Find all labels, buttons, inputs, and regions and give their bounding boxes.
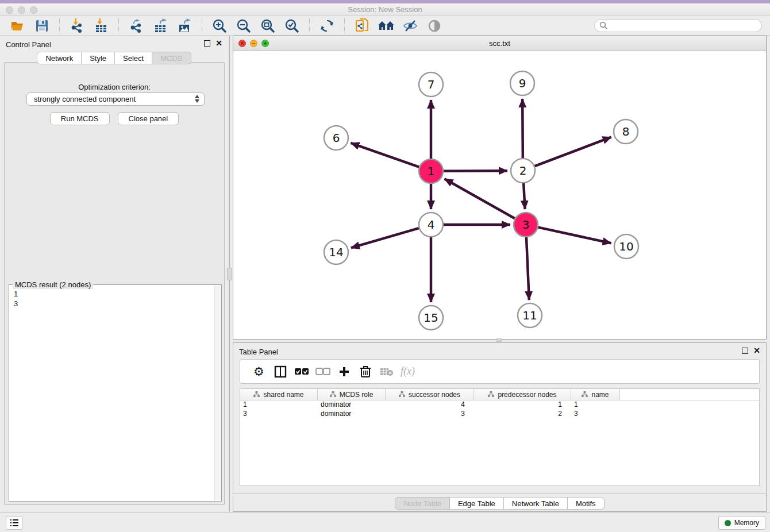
criterion-dropdown[interactable]: strongly connected component (26, 92, 205, 106)
cell-1-2[interactable]: 3 (386, 410, 474, 419)
node-label-14: 14 (329, 245, 343, 259)
node-table[interactable]: shared nameMCDS rolesuccessor nodesprede… (240, 388, 760, 486)
cell-0-1[interactable]: dominator (318, 400, 386, 410)
network-view-window: × − + scc.txt 7968124314101511 (233, 36, 767, 340)
main-toolbar (0, 16, 770, 36)
tab-style[interactable]: Style (82, 52, 115, 64)
edge-4-14[interactable] (351, 228, 419, 248)
cell-0-0[interactable]: 1 (240, 400, 318, 410)
column-header-predecessor-nodes[interactable]: predecessor nodes (474, 389, 571, 400)
zoom-selected-icon[interactable] (283, 18, 301, 34)
memory-status-icon (725, 520, 731, 526)
node-label-10: 10 (619, 240, 633, 253)
cell-1-3[interactable]: 2 (474, 410, 571, 419)
cell-1-0[interactable]: 3 (240, 410, 318, 419)
save-session-icon[interactable] (33, 18, 51, 34)
vertical-splitter-handle[interactable] (227, 268, 232, 280)
column-header-MCDS-role[interactable]: MCDS role (318, 389, 386, 400)
column-header-shared-name[interactable]: shared name (240, 389, 318, 400)
column-layout-icon[interactable] (270, 363, 291, 380)
clone-network-icon[interactable] (353, 18, 371, 34)
import-network-icon[interactable] (68, 18, 86, 34)
optimization-criterion-label: Optimization criterion: (5, 83, 224, 91)
network-window-titlebar[interactable]: × − + scc.txt (233, 36, 766, 51)
export-image-icon[interactable] (176, 18, 193, 34)
zoom-in-icon[interactable] (211, 18, 228, 34)
delete-table-icon[interactable] (376, 363, 397, 380)
float-panel-icon[interactable] (204, 40, 210, 47)
settings-gear-icon[interactable]: ⚙ (248, 363, 270, 380)
table-panel: Table Panel ✕ ⚙ f(x) shared nameMCDS rol… (233, 342, 767, 512)
select-all-icon[interactable] (291, 363, 312, 380)
edge-2-9[interactable] (522, 99, 523, 158)
node-label-8: 8 (622, 125, 630, 138)
control-panel: Control Panel ✕ Network Style Select MCD… (0, 36, 228, 512)
birdseye-toggle-icon[interactable] (426, 18, 443, 34)
tab-edge-table[interactable]: Edge Table (450, 497, 504, 510)
search-box[interactable] (594, 19, 762, 32)
edge-3-10[interactable] (538, 228, 611, 244)
edge-1-6[interactable] (351, 143, 419, 167)
zoom-fit-icon[interactable] (259, 18, 276, 34)
zoom-out-icon[interactable] (235, 18, 252, 34)
home-icon[interactable] (378, 18, 395, 34)
edge-1-2[interactable] (444, 171, 507, 171)
mcds-result-scrollbar[interactable] (214, 286, 221, 500)
memory-button[interactable]: Memory (718, 516, 765, 530)
close-panel-button[interactable]: Close panel (118, 112, 179, 125)
tab-network-table[interactable]: Network Table (504, 497, 568, 510)
cell-0-2[interactable]: 4 (386, 400, 474, 410)
task-history-button[interactable] (6, 516, 22, 530)
run-mcds-button[interactable]: Run MCDS (50, 112, 110, 125)
node-label-7: 7 (428, 78, 435, 91)
control-panel-title: Control Panel (6, 40, 51, 49)
column-header-name[interactable]: name (571, 389, 620, 400)
toolbar-separator (202, 18, 202, 33)
function-builder-icon[interactable]: f(x) (397, 363, 418, 380)
export-network-icon[interactable] (128, 18, 145, 34)
delete-row-trash-icon[interactable] (355, 363, 376, 380)
table-tabs-divider (233, 493, 766, 494)
import-table-icon[interactable] (93, 18, 110, 34)
toolbar-separator (344, 18, 345, 33)
table-toolbar: ⚙ f(x) (240, 359, 760, 384)
table-row[interactable]: 1dominator411 (240, 400, 759, 410)
float-table-panel-icon[interactable] (742, 348, 748, 354)
column-type-icon (488, 391, 494, 398)
tab-mcds[interactable]: MCDS (152, 52, 191, 64)
tab-network[interactable]: Network (37, 52, 82, 64)
cell-0-4[interactable]: 1 (571, 400, 620, 410)
cell-0-3[interactable]: 1 (474, 400, 571, 410)
horizontal-splitter-handle[interactable] (496, 338, 502, 342)
cell-1-4[interactable]: 3 (571, 410, 620, 419)
refresh-icon[interactable] (318, 18, 336, 34)
toolbar-separator (309, 18, 310, 33)
edge-3-11[interactable] (526, 237, 529, 300)
export-table-icon[interactable] (152, 18, 169, 34)
column-type-icon (253, 391, 260, 398)
tab-motifs[interactable]: Motifs (568, 497, 605, 510)
deselect-all-icon[interactable] (312, 363, 333, 380)
add-row-icon[interactable] (333, 363, 355, 380)
network-canvas[interactable]: 7968124314101511 (233, 51, 766, 339)
mcds-result-text[interactable]: 1 3 (14, 289, 18, 309)
hide-panel-eye-icon[interactable] (402, 18, 419, 34)
table-row[interactable]: 3dominator323 (240, 410, 759, 419)
node-label-1: 1 (428, 164, 435, 178)
node-label-2: 2 (519, 164, 527, 178)
close-table-panel-icon[interactable]: ✕ (753, 347, 760, 354)
edge-2-8[interactable] (535, 137, 611, 167)
column-type-icon (582, 391, 588, 398)
close-panel-icon[interactable]: ✕ (215, 40, 222, 47)
cell-1-1[interactable]: dominator (318, 410, 386, 419)
tab-select[interactable]: Select (115, 52, 152, 64)
column-type-icon (399, 391, 405, 398)
tab-node-table[interactable]: Node Table (395, 497, 450, 510)
open-file-icon[interactable] (9, 18, 26, 34)
edge-3-1[interactable] (445, 179, 515, 218)
column-header-successor-nodes[interactable]: successor nodes (386, 389, 474, 400)
criterion-value: strongly connected component (34, 95, 136, 103)
mcds-result-box: MCDS result (2 nodes) 1 3 (9, 284, 222, 502)
edge-2-3[interactable] (523, 183, 525, 209)
search-input[interactable] (608, 22, 757, 30)
